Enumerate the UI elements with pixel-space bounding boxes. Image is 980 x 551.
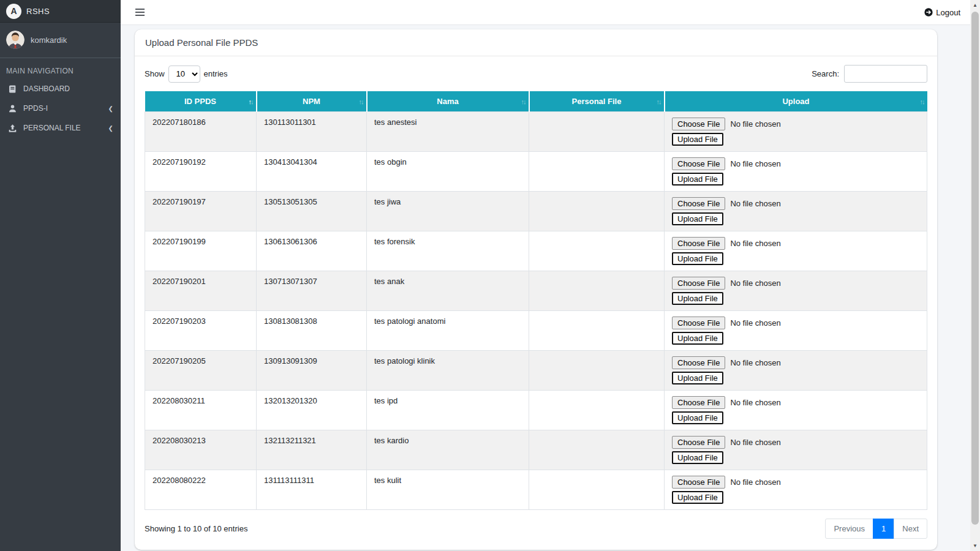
upload-file-button[interactable]: Upload File	[672, 411, 723, 424]
cell-nama: tes patologi klinik	[367, 351, 529, 391]
cell-upload: Choose File No file chosen Upload File	[665, 192, 927, 231]
sidebar-item-personal-file[interactable]: PERSONAL FILE ❮	[0, 118, 121, 138]
no-file-chosen-text: No file chosen	[730, 159, 780, 168]
no-file-chosen-text: No file chosen	[730, 398, 780, 407]
show-label: Show	[145, 69, 165, 78]
choose-file-button[interactable]: Choose File	[672, 396, 725, 409]
table-row: 202207190203 130813081308 tes patologi a…	[145, 311, 927, 351]
scroll-up-icon[interactable]: ▲	[970, 0, 980, 10]
cell-npm: 130913091309	[257, 351, 367, 391]
cell-personal-file	[529, 152, 665, 192]
choose-file-button[interactable]: Choose File	[672, 356, 725, 369]
table-controls: Show 10 entries Search:	[145, 65, 927, 83]
sort-icon: ↑↓	[657, 98, 661, 105]
no-file-chosen-text: No file chosen	[730, 318, 780, 328]
chevron-left-icon: ❮	[108, 105, 113, 112]
upload-file-button[interactable]: Upload File	[672, 173, 723, 186]
pagination-page-1[interactable]: 1	[873, 519, 894, 539]
cell-id-ppds: 202207190201	[145, 271, 257, 311]
card-body: Show 10 entries Search: ID PPDS	[135, 56, 937, 550]
upload-file-button[interactable]: Upload File	[672, 292, 723, 305]
no-file-chosen-text: No file chosen	[730, 358, 780, 367]
search-input[interactable]	[844, 65, 927, 83]
table-row: 202207190192 130413041304 tes obgin Choo…	[145, 152, 927, 192]
choose-file-button[interactable]: Choose File	[672, 476, 725, 489]
brand-link[interactable]: A RSHS	[0, 0, 121, 23]
cell-id-ppds: 202207190203	[145, 311, 257, 351]
cell-npm: 130413041304	[257, 152, 367, 192]
user-panel[interactable]: komkardik	[0, 23, 121, 58]
sidebar-item-label: PPDS-I	[23, 104, 48, 113]
upload-file-button[interactable]: Upload File	[672, 252, 723, 265]
upload-file-button[interactable]: Upload File	[672, 491, 723, 504]
cell-upload: Choose File No file chosen Upload File	[665, 311, 927, 351]
cell-npm: 130113011301	[257, 112, 367, 152]
cell-upload: Choose File No file chosen Upload File	[665, 430, 927, 470]
cell-npm: 130513051305	[257, 192, 367, 231]
cell-id-ppds: 202207190199	[145, 231, 257, 271]
sort-icon: ↑↓	[521, 98, 526, 105]
choose-file-button[interactable]: Choose File	[672, 157, 725, 170]
scrollbar-thumb[interactable]	[971, 12, 979, 525]
scroll-down-icon[interactable]: ▼	[970, 541, 980, 551]
upload-file-button[interactable]: Upload File	[672, 451, 723, 464]
sidebar-item-dashboard[interactable]: DASHBOARD	[0, 79, 121, 99]
chevron-left-icon: ❮	[108, 125, 113, 132]
table-row: 202208080222 131113111311 tes kulit Choo…	[145, 470, 927, 510]
table-row: 202208030213 132113211321 tes kardio Cho…	[145, 430, 927, 470]
column-header-personal-file[interactable]: Personal File ↑↓	[529, 91, 665, 112]
choose-file-button[interactable]: Choose File	[672, 118, 725, 130]
table-info: Showing 1 to 10 of 10 entries	[145, 524, 247, 533]
logout-label: Logout	[936, 8, 960, 17]
cell-upload: Choose File No file chosen Upload File	[665, 351, 927, 391]
brand-logo-icon: A	[6, 4, 21, 19]
page-length-control: Show 10 entries	[145, 66, 228, 83]
upload-file-button[interactable]: Upload File	[672, 372, 723, 384]
sidebar-item-ppds-i[interactable]: PPDS-I ❮	[0, 99, 121, 118]
cell-personal-file	[529, 231, 665, 271]
table-row: 202207180186 130113011301 tes anestesi C…	[145, 112, 927, 152]
table-footer: Showing 1 to 10 of 10 entries Previous 1…	[145, 519, 927, 539]
cell-personal-file	[529, 391, 665, 430]
upload-file-button[interactable]: Upload File	[672, 133, 723, 146]
logout-button[interactable]: Logout	[924, 8, 960, 17]
user-icon	[7, 103, 18, 113]
cell-id-ppds: 202207180186	[145, 112, 257, 152]
table-row: 202207190205 130913091309 tes patologi k…	[145, 351, 927, 391]
cell-upload: Choose File No file chosen Upload File	[665, 391, 927, 430]
ppds-upload-table: ID PPDS ↑↓ NPM ↑↓ Nama ↑↓ Personal File …	[145, 91, 927, 510]
choose-file-button[interactable]: Choose File	[672, 197, 725, 210]
no-file-chosen-text: No file chosen	[730, 438, 780, 447]
cell-personal-file	[529, 430, 665, 470]
no-file-chosen-text: No file chosen	[730, 199, 780, 208]
cell-id-ppds: 202208030211	[145, 391, 257, 430]
choose-file-button[interactable]: Choose File	[672, 436, 725, 449]
pagination-next[interactable]: Next	[894, 519, 927, 539]
upload-file-button[interactable]: Upload File	[672, 212, 723, 225]
hamburger-icon[interactable]	[134, 6, 146, 18]
cell-id-ppds: 202208080222	[145, 470, 257, 510]
upload-file-button[interactable]: Upload File	[672, 332, 723, 345]
column-header-nama[interactable]: Nama ↑↓	[367, 91, 529, 112]
choose-file-button[interactable]: Choose File	[672, 317, 725, 329]
sidebar-item-label: PERSONAL FILE	[23, 124, 81, 132]
cell-upload: Choose File No file chosen Upload File	[665, 152, 927, 192]
column-header-upload[interactable]: Upload ↑↓	[665, 91, 927, 112]
cell-nama: tes patologi anatomi	[367, 311, 529, 351]
pagination-previous[interactable]: Previous	[825, 519, 873, 539]
column-header-id-ppds[interactable]: ID PPDS ↑↓	[145, 91, 257, 112]
column-header-npm[interactable]: NPM ↑↓	[257, 91, 367, 112]
choose-file-button[interactable]: Choose File	[672, 277, 725, 290]
user-name: komkardik	[31, 36, 67, 45]
vertical-scrollbar[interactable]: ▲ ▼	[970, 0, 980, 551]
cell-npm: 130613061306	[257, 231, 367, 271]
cell-personal-file	[529, 470, 665, 510]
entries-label: entries	[204, 69, 228, 78]
no-file-chosen-text: No file chosen	[730, 279, 780, 288]
table-row: 202208030211 132013201320 tes ipd Choose…	[145, 391, 927, 430]
cell-id-ppds: 202208030213	[145, 430, 257, 470]
page-length-select[interactable]: 10	[168, 66, 200, 83]
choose-file-button[interactable]: Choose File	[672, 237, 725, 250]
sort-icon: ↑↓	[359, 98, 363, 105]
sort-icon: ↑↓	[249, 98, 253, 105]
